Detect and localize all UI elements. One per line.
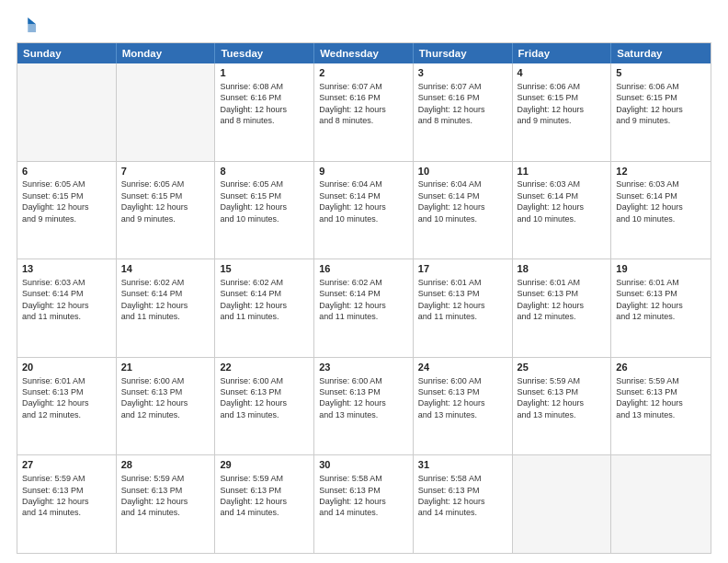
day-number: 4 (518, 66, 607, 80)
day-number: 28 (121, 458, 210, 472)
day-cell: 28Sunrise: 5:59 AM Sunset: 6:13 PM Dayli… (117, 455, 216, 553)
day-info: Sunrise: 6:05 AM Sunset: 6:15 PM Dayligh… (220, 179, 287, 223)
calendar-row: 13Sunrise: 6:03 AM Sunset: 6:14 PM Dayli… (17, 259, 711, 357)
day-info: Sunrise: 6:07 AM Sunset: 6:16 PM Dayligh… (319, 82, 386, 125)
day-number: 18 (518, 262, 607, 276)
day-cell: 20Sunrise: 6:01 AM Sunset: 6:13 PM Dayli… (17, 358, 117, 455)
calendar-row: 1Sunrise: 6:08 AM Sunset: 6:16 PM Daylig… (17, 63, 711, 161)
day-number: 15 (220, 262, 309, 276)
empty-cell (17, 63, 117, 161)
day-cell: 2Sunrise: 6:07 AM Sunset: 6:16 PM Daylig… (314, 63, 414, 161)
day-number: 31 (418, 458, 507, 472)
day-number: 21 (121, 361, 210, 374)
day-info: Sunrise: 5:59 AM Sunset: 6:13 PM Dayligh… (518, 376, 585, 419)
day-cell: 16Sunrise: 6:02 AM Sunset: 6:14 PM Dayli… (314, 259, 414, 357)
calendar-row: 27Sunrise: 5:59 AM Sunset: 6:13 PM Dayli… (17, 454, 711, 553)
day-info: Sunrise: 6:04 AM Sunset: 6:14 PM Dayligh… (319, 179, 386, 223)
day-number: 30 (319, 458, 408, 472)
day-info: Sunrise: 6:06 AM Sunset: 6:15 PM Dayligh… (616, 82, 683, 125)
day-cell: 7Sunrise: 6:05 AM Sunset: 6:15 PM Daylig… (117, 162, 216, 259)
day-number: 17 (418, 262, 507, 276)
calendar-header: SundayMondayTuesdayWednesdayThursdayFrid… (17, 43, 711, 63)
day-number: 16 (319, 262, 408, 276)
day-cell: 3Sunrise: 6:07 AM Sunset: 6:16 PM Daylig… (414, 63, 513, 161)
day-info: Sunrise: 6:00 AM Sunset: 6:13 PM Dayligh… (418, 376, 485, 419)
day-cell: 5Sunrise: 6:06 AM Sunset: 6:15 PM Daylig… (611, 63, 711, 161)
day-info: Sunrise: 6:01 AM Sunset: 6:13 PM Dayligh… (22, 376, 89, 419)
calendar-body: 1Sunrise: 6:08 AM Sunset: 6:16 PM Daylig… (17, 63, 711, 553)
day-number: 26 (616, 361, 706, 374)
day-number: 25 (518, 361, 607, 374)
day-number: 23 (319, 361, 408, 374)
day-number: 27 (22, 458, 111, 472)
day-cell: 4Sunrise: 6:06 AM Sunset: 6:15 PM Daylig… (513, 63, 612, 161)
day-info: Sunrise: 6:00 AM Sunset: 6:13 PM Dayligh… (121, 376, 188, 419)
day-info: Sunrise: 6:05 AM Sunset: 6:15 PM Dayligh… (22, 179, 89, 223)
calendar-row: 20Sunrise: 6:01 AM Sunset: 6:13 PM Dayli… (17, 357, 711, 455)
day-cell: 11Sunrise: 6:03 AM Sunset: 6:14 PM Dayli… (513, 162, 612, 259)
day-cell: 23Sunrise: 6:00 AM Sunset: 6:13 PM Dayli… (314, 358, 414, 455)
day-number: 6 (22, 165, 111, 178)
day-cell: 17Sunrise: 6:01 AM Sunset: 6:13 PM Dayli… (414, 259, 513, 357)
day-cell: 27Sunrise: 5:59 AM Sunset: 6:13 PM Dayli… (17, 455, 117, 553)
day-cell: 6Sunrise: 6:05 AM Sunset: 6:15 PM Daylig… (17, 162, 117, 259)
day-cell: 29Sunrise: 5:59 AM Sunset: 6:13 PM Dayli… (215, 455, 314, 553)
day-info: Sunrise: 5:59 AM Sunset: 6:13 PM Dayligh… (121, 474, 188, 517)
day-cell: 30Sunrise: 5:58 AM Sunset: 6:13 PM Dayli… (314, 455, 414, 553)
day-number: 2 (319, 66, 408, 80)
day-cell: 24Sunrise: 6:00 AM Sunset: 6:13 PM Dayli… (414, 358, 513, 455)
svg-marker-1 (28, 24, 36, 32)
weekday-header: Friday (513, 43, 612, 63)
day-number: 12 (616, 165, 706, 178)
day-info: Sunrise: 6:02 AM Sunset: 6:14 PM Dayligh… (220, 278, 287, 321)
day-info: Sunrise: 6:00 AM Sunset: 6:13 PM Dayligh… (319, 376, 386, 419)
day-cell: 18Sunrise: 6:01 AM Sunset: 6:13 PM Dayli… (513, 259, 612, 357)
day-number: 5 (616, 66, 706, 80)
weekday-header: Thursday (414, 43, 513, 63)
day-info: Sunrise: 6:06 AM Sunset: 6:15 PM Dayligh… (518, 82, 585, 125)
day-info: Sunrise: 5:59 AM Sunset: 6:13 PM Dayligh… (220, 474, 287, 517)
day-cell: 14Sunrise: 6:02 AM Sunset: 6:14 PM Dayli… (117, 259, 216, 357)
logo-area (17, 15, 39, 35)
day-number: 3 (418, 66, 507, 80)
day-number: 24 (418, 361, 507, 374)
empty-cell (117, 63, 216, 161)
day-cell: 22Sunrise: 6:00 AM Sunset: 6:13 PM Dayli… (215, 358, 314, 455)
day-info: Sunrise: 6:02 AM Sunset: 6:14 PM Dayligh… (121, 278, 188, 321)
day-cell: 19Sunrise: 6:01 AM Sunset: 6:13 PM Dayli… (611, 259, 711, 357)
day-number: 20 (22, 361, 111, 374)
day-info: Sunrise: 6:00 AM Sunset: 6:13 PM Dayligh… (220, 376, 287, 419)
day-number: 1 (220, 66, 309, 80)
day-info: Sunrise: 6:07 AM Sunset: 6:16 PM Dayligh… (418, 82, 485, 125)
day-info: Sunrise: 6:03 AM Sunset: 6:14 PM Dayligh… (22, 278, 89, 321)
day-number: 13 (22, 262, 111, 276)
day-cell: 31Sunrise: 5:58 AM Sunset: 6:13 PM Dayli… (414, 455, 513, 553)
day-number: 9 (319, 165, 408, 178)
day-info: Sunrise: 6:08 AM Sunset: 6:16 PM Dayligh… (220, 82, 287, 125)
header (17, 15, 711, 35)
day-info: Sunrise: 6:03 AM Sunset: 6:14 PM Dayligh… (616, 179, 683, 223)
day-cell: 8Sunrise: 6:05 AM Sunset: 6:15 PM Daylig… (215, 162, 314, 259)
day-cell: 10Sunrise: 6:04 AM Sunset: 6:14 PM Dayli… (414, 162, 513, 259)
empty-cell (611, 455, 711, 553)
day-info: Sunrise: 5:58 AM Sunset: 6:13 PM Dayligh… (319, 474, 386, 517)
day-info: Sunrise: 5:59 AM Sunset: 6:13 PM Dayligh… (616, 376, 683, 419)
day-number: 19 (616, 262, 706, 276)
page: SundayMondayTuesdayWednesdayThursdayFrid… (0, 0, 728, 563)
day-info: Sunrise: 6:01 AM Sunset: 6:13 PM Dayligh… (616, 278, 683, 321)
day-cell: 25Sunrise: 5:59 AM Sunset: 6:13 PM Dayli… (513, 358, 612, 455)
day-info: Sunrise: 6:02 AM Sunset: 6:14 PM Dayligh… (319, 278, 386, 321)
weekday-header: Sunday (17, 43, 117, 63)
day-cell: 26Sunrise: 5:59 AM Sunset: 6:13 PM Dayli… (611, 358, 711, 455)
empty-cell (513, 455, 612, 553)
day-info: Sunrise: 5:58 AM Sunset: 6:13 PM Dayligh… (418, 474, 485, 517)
day-info: Sunrise: 6:01 AM Sunset: 6:13 PM Dayligh… (418, 278, 485, 321)
logo (17, 15, 39, 35)
day-number: 29 (220, 458, 309, 472)
day-cell: 21Sunrise: 6:00 AM Sunset: 6:13 PM Dayli… (117, 358, 216, 455)
day-number: 8 (220, 165, 309, 178)
calendar-row: 6Sunrise: 6:05 AM Sunset: 6:15 PM Daylig… (17, 161, 711, 259)
day-number: 10 (418, 165, 507, 178)
day-number: 7 (121, 165, 210, 178)
weekday-header: Tuesday (215, 43, 314, 63)
